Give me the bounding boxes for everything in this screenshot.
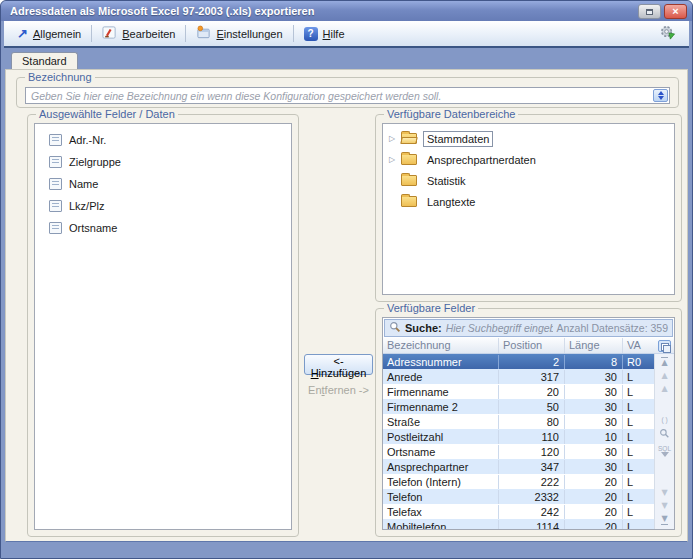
brackets-icon[interactable]: ( )	[661, 417, 667, 424]
cell-laenge: 20	[565, 490, 623, 504]
cell-laenge: 30	[565, 385, 623, 399]
cell-va: L	[623, 430, 654, 444]
table-row[interactable]: Telefax 242 20 L	[383, 504, 654, 519]
titlebar[interactable]: Adressdaten als Microsoft Excel 97-2003 …	[1, 1, 692, 21]
grid-nav-strip: ▲ ▲ ▲ ( ) SQL ▼	[654, 354, 674, 529]
page-down-icon[interactable]: ▼	[661, 502, 667, 510]
cell-laenge: 30	[565, 460, 623, 474]
close-button[interactable]: ×	[664, 4, 687, 19]
grid-rows: Adressnummer 2 8 R0 Anrede 317 30 L	[383, 354, 654, 529]
edit-icon	[102, 25, 117, 42]
list-item[interactable]: Ortsname	[35, 217, 291, 239]
cell-bezeichnung: Postleitzahl	[383, 430, 499, 444]
table-row[interactable]: Postleitzahl 110 10 L	[383, 429, 654, 444]
export-button[interactable]	[652, 22, 683, 45]
column-header-laenge[interactable]: Länge	[565, 338, 623, 353]
toolbar-separator	[91, 25, 92, 42]
list-item[interactable]: Adr.-Nr.	[35, 129, 291, 151]
table-row[interactable]: Firmenname 2 50 30 L	[383, 399, 654, 414]
bezeichnung-placeholder: Geben Sie hier eine Bezeichnung ein wenn…	[26, 90, 652, 102]
data-areas-tree[interactable]: ▷ Stammdaten ▷ Ansprechpartnerdaten ▷ S	[382, 123, 675, 295]
help-icon: ?	[304, 27, 318, 41]
search-input[interactable]: Hier Suchbegriff eingebe	[446, 322, 553, 334]
field-grid-icon	[49, 178, 62, 190]
column-header-bezeichnung[interactable]: Bezeichnung	[383, 338, 499, 353]
cell-va: L	[623, 460, 654, 474]
scroll-to-bottom-icon[interactable]: ▼	[661, 515, 667, 525]
table-row[interactable]: Ortsname 120 30 L	[383, 444, 654, 459]
table-row[interactable]: Adressnummer 2 8 R0	[383, 354, 654, 369]
column-chooser-button[interactable]	[654, 340, 674, 352]
bezeichnung-group: Bezeichnung Geben Sie hier eine Bezeichn…	[16, 77, 679, 108]
cell-va: L	[623, 475, 654, 489]
tab-standard[interactable]: Standard	[11, 52, 78, 69]
available-fields-grid: Suche: Hier Suchbegriff eingebe Anzahl D…	[382, 317, 675, 530]
table-row[interactable]: Telefon (Intern) 222 20 L	[383, 474, 654, 489]
bezeichnung-combobox[interactable]: Geben Sie hier eine Bezeichnung ein wenn…	[25, 87, 670, 104]
cell-position: 50	[499, 400, 565, 414]
column-header-va[interactable]: VA	[623, 338, 654, 353]
toolbar-separator	[293, 25, 294, 42]
toolbar-item-label: Einstellungen	[216, 28, 282, 40]
tree-item-label: Statistik	[423, 173, 470, 189]
cell-position: 1114	[499, 520, 565, 530]
toolbar-item-label: Bearbeiten	[122, 28, 175, 40]
cell-bezeichnung: Ortsname	[383, 445, 499, 459]
filter-icon[interactable]	[661, 458, 669, 466]
table-row[interactable]: Anrede 317 30 L	[383, 369, 654, 384]
column-header-position[interactable]: Position	[499, 338, 565, 353]
table-row[interactable]: Straße 80 30 L	[383, 414, 654, 429]
cell-position: 110	[499, 430, 565, 444]
toolbar-item-hilfe[interactable]: ? Hilfe	[297, 25, 352, 43]
expand-arrow-icon[interactable]: ▷	[389, 155, 401, 164]
page-up-icon[interactable]: ▲	[661, 372, 667, 380]
list-item-label: Adr.-Nr.	[69, 134, 106, 146]
list-item-label: Name	[69, 178, 98, 190]
list-item[interactable]: Lkz/Plz	[35, 195, 291, 217]
list-item[interactable]: Zielgruppe	[35, 151, 291, 173]
grid-search-bar[interactable]: Suche: Hier Suchbegriff eingebe Anzahl D…	[384, 319, 673, 337]
cell-position: 2	[499, 355, 565, 369]
data-areas-group-label: Verfügbare Datenbereiche	[384, 108, 518, 121]
cell-va: L	[623, 415, 654, 429]
tree-item[interactable]: ▷ Stammdaten	[383, 128, 674, 149]
cell-va: L	[623, 370, 654, 384]
folder-icon	[401, 175, 417, 186]
cell-bezeichnung: Firmenname	[383, 385, 499, 399]
close-icon: ×	[672, 6, 678, 17]
table-row[interactable]: Firmenname 20 30 L	[383, 384, 654, 399]
combo-dropdown-button[interactable]	[653, 89, 668, 102]
tree-item[interactable]: ▷ Ansprechpartnerdaten	[383, 149, 674, 170]
toolbar-item-allgemein[interactable]: ↗ Allgemein	[10, 25, 88, 42]
expand-arrow-icon[interactable]: ▷	[389, 134, 401, 143]
cell-laenge: 10	[565, 430, 623, 444]
remove-button[interactable]: Entfernen ->	[302, 384, 375, 396]
selected-fields-list[interactable]: Adr.-Nr. Zielgruppe Name Lkz/Plz	[34, 123, 292, 530]
maximize-button[interactable]	[638, 4, 661, 19]
table-row[interactable]: Mobiltelefon 1114 20 L	[383, 519, 654, 529]
list-item[interactable]: Name	[35, 173, 291, 195]
table-row[interactable]: Ansprechpartner 347 30 L	[383, 459, 654, 474]
available-fields-group: Verfügbare Felder Suche: Hier Suchbegrif…	[375, 308, 682, 537]
search-icon	[389, 321, 401, 335]
cell-bezeichnung: Straße	[383, 415, 499, 429]
tree-item-label: Langtexte	[423, 194, 479, 210]
toolbar-item-einstellungen[interactable]: Einstellungen	[189, 23, 289, 44]
row-down-icon[interactable]: ▼	[661, 489, 667, 497]
cell-laenge: 20	[565, 505, 623, 519]
table-row[interactable]: Telefon 2332 20 L	[383, 489, 654, 504]
cell-position: 80	[499, 415, 565, 429]
tree-item[interactable]: ▷ Langtexte	[383, 191, 674, 212]
toolbar-item-bearbeiten[interactable]: Bearbeiten	[95, 23, 182, 44]
tree-item[interactable]: ▷ Statistik	[383, 170, 674, 191]
field-grid-icon	[49, 222, 62, 234]
row-up-icon[interactable]: ▲	[661, 385, 667, 393]
cell-laenge: 30	[565, 415, 623, 429]
record-count: Anzahl Datensätze: 359	[557, 322, 669, 334]
data-areas-group: Verfügbare Datenbereiche ▷ Stammdaten ▷ …	[375, 114, 682, 302]
window-controls: ×	[638, 4, 687, 19]
add-button[interactable]: <- Hinzufügen	[304, 354, 373, 375]
scroll-to-top-icon[interactable]: ▲	[661, 357, 667, 367]
folder-icon	[401, 154, 417, 165]
grid-search-icon[interactable]	[659, 428, 670, 441]
